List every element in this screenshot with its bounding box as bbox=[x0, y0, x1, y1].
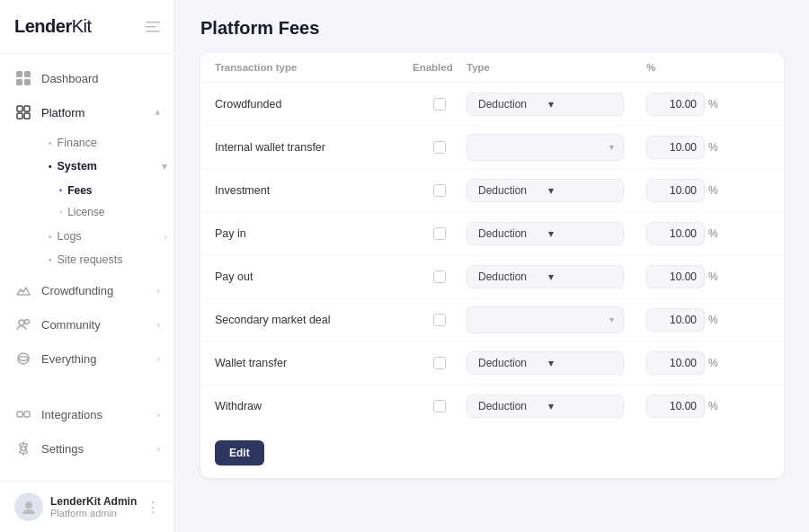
percent-input[interactable]: 10.00 bbox=[646, 265, 705, 288]
settings-arrow-icon: › bbox=[156, 443, 160, 454]
cell-enabled bbox=[413, 227, 467, 240]
select-arrow-icon: ▾ bbox=[548, 184, 615, 197]
type-select-value: Deduction bbox=[478, 400, 545, 412]
type-select-empty[interactable]: ▾ bbox=[467, 134, 624, 161]
cell-type: Deduction ▾ bbox=[467, 265, 646, 288]
system-subnav: Fees License bbox=[41, 178, 174, 225]
percent-symbol: % bbox=[708, 400, 718, 412]
percent-input[interactable]: 10.00 bbox=[646, 136, 705, 159]
footer-user-name: LenderKit Admin bbox=[50, 495, 146, 508]
svg-rect-8 bbox=[24, 106, 30, 111]
table-row: Pay out Deduction ▾ 10.00 % or 10.00 bbox=[200, 255, 784, 298]
enabled-checkbox[interactable] bbox=[433, 98, 446, 111]
type-select[interactable]: Deduction ▾ bbox=[467, 395, 624, 418]
enabled-checkbox[interactable] bbox=[433, 184, 446, 197]
platform-arrow-icon: ▾ bbox=[155, 107, 160, 119]
select-arrow-icon: ▾ bbox=[548, 98, 615, 111]
sidebar-label-crowdfunding: Crowdfunding bbox=[41, 284, 156, 297]
cell-enabled bbox=[413, 357, 467, 369]
svg-rect-0 bbox=[146, 22, 160, 23]
sidebar-item-platform[interactable]: Platform ▾ bbox=[0, 95, 174, 129]
menu-icon[interactable] bbox=[146, 22, 160, 32]
svg-point-17 bbox=[22, 447, 26, 451]
svg-point-18 bbox=[25, 501, 32, 509]
select-arrow-icon: ▾ bbox=[609, 142, 614, 152]
cell-type: ▾ bbox=[467, 134, 646, 161]
sidebar-item-site-requests[interactable]: Site requests bbox=[41, 248, 174, 271]
svg-rect-1 bbox=[146, 26, 156, 28]
community-icon bbox=[14, 315, 32, 333]
logo-part2: Kit bbox=[72, 16, 92, 36]
svg-rect-2 bbox=[146, 31, 160, 32]
sidebar-item-settings[interactable]: Settings › bbox=[0, 431, 174, 466]
cell-transaction-type: Wallet transfer bbox=[215, 357, 413, 369]
cell-percent: 10.00 % bbox=[646, 136, 784, 159]
percent-input[interactable]: 10.00 bbox=[646, 308, 705, 332]
cell-enabled bbox=[413, 141, 467, 154]
cell-percent: 10.00 % bbox=[646, 222, 784, 245]
table-row: Internal wallet transfer ▾ 10.00 % or bbox=[200, 126, 784, 169]
table-row: Wallet transfer Deduction ▾ 10.00 % or bbox=[200, 341, 784, 385]
sidebar-item-dashboard[interactable]: Dashboard bbox=[0, 61, 174, 95]
type-select[interactable]: Deduction ▾ bbox=[467, 222, 624, 245]
footer-more-icon[interactable]: ⋮ bbox=[146, 499, 160, 516]
type-select-empty[interactable]: ▾ bbox=[467, 306, 624, 333]
type-select-value: Deduction bbox=[478, 270, 545, 283]
enabled-checkbox[interactable] bbox=[433, 270, 446, 283]
transaction-type-label: Investment bbox=[215, 184, 270, 197]
sidebar-label-everything: Everything bbox=[41, 352, 156, 366]
sidebar-item-finance[interactable]: Finance bbox=[41, 131, 174, 155]
table-rows: Crowdfunded Deduction ▾ 10.00 % or 1 bbox=[200, 83, 784, 428]
dashboard-icon bbox=[14, 69, 32, 87]
percent-input[interactable]: 10.00 bbox=[646, 222, 705, 245]
percent-input[interactable]: 10.00 bbox=[646, 351, 705, 375]
percent-symbol: % bbox=[708, 227, 718, 240]
enabled-checkbox[interactable] bbox=[433, 400, 446, 412]
type-select[interactable]: Deduction ▾ bbox=[467, 351, 624, 375]
user-avatar bbox=[14, 492, 43, 521]
percent-symbol: % bbox=[708, 314, 718, 326]
enabled-checkbox[interactable] bbox=[433, 357, 446, 369]
type-select[interactable]: Deduction ▾ bbox=[467, 179, 624, 202]
enabled-checkbox[interactable] bbox=[433, 227, 446, 240]
cell-type: Deduction ▾ bbox=[467, 395, 646, 418]
percent-input[interactable]: 10.00 bbox=[646, 395, 705, 418]
enabled-checkbox[interactable] bbox=[433, 314, 446, 326]
sidebar-item-crowdfunding[interactable]: Crowdfunding › bbox=[0, 273, 174, 307]
sidebar-item-community[interactable]: Community › bbox=[0, 307, 174, 341]
transaction-type-label: Crowdfunded bbox=[215, 98, 281, 111]
transaction-type-label: Withdraw bbox=[215, 400, 262, 412]
enabled-checkbox[interactable] bbox=[433, 141, 446, 154]
cell-percent: 10.00 % bbox=[646, 179, 784, 202]
sidebar-item-system[interactable]: System ▾ bbox=[41, 155, 174, 178]
sidebar: LenderKit Dashboard Platform ▾ Finance S… bbox=[0, 0, 175, 532]
sidebar-item-fees[interactable]: Fees bbox=[52, 180, 174, 201]
sidebar-nav: Dashboard Platform ▾ Finance System ▾ Fe… bbox=[0, 54, 174, 481]
edit-button[interactable]: Edit bbox=[215, 440, 264, 466]
svg-rect-10 bbox=[24, 113, 30, 119]
type-select[interactable]: Deduction ▾ bbox=[467, 93, 624, 116]
th-enabled: Enabled bbox=[413, 62, 467, 73]
svg-rect-4 bbox=[24, 71, 31, 77]
percent-input[interactable]: 10.00 bbox=[646, 93, 705, 116]
sidebar-item-license[interactable]: License bbox=[52, 201, 174, 223]
settings-icon bbox=[14, 439, 32, 457]
sidebar-label-dashboard: Dashboard bbox=[41, 72, 160, 85]
everything-arrow-icon: › bbox=[156, 353, 160, 364]
percent-symbol: % bbox=[708, 357, 718, 369]
select-arrow-icon: ▾ bbox=[548, 400, 615, 412]
percent-input[interactable]: 10.00 bbox=[646, 179, 705, 202]
crowdfunding-icon bbox=[14, 281, 32, 299]
fees-table-card: Transaction type Enabled Type % Not less… bbox=[200, 53, 784, 478]
everything-icon bbox=[14, 350, 32, 368]
sidebar-item-everything[interactable]: Everything › bbox=[0, 341, 174, 376]
select-arrow-icon: ▾ bbox=[548, 270, 615, 283]
cell-transaction-type: Pay out bbox=[215, 270, 413, 283]
cell-percent: 10.00 % bbox=[646, 265, 784, 288]
cell-percent: 10.00 % bbox=[646, 395, 784, 418]
transaction-type-label: Pay out bbox=[215, 270, 253, 283]
cell-percent: 10.00 % bbox=[646, 308, 784, 332]
type-select[interactable]: Deduction ▾ bbox=[467, 265, 624, 288]
sidebar-item-logs[interactable]: Logs › bbox=[41, 225, 174, 248]
sidebar-item-integrations[interactable]: Integrations › bbox=[0, 397, 174, 431]
